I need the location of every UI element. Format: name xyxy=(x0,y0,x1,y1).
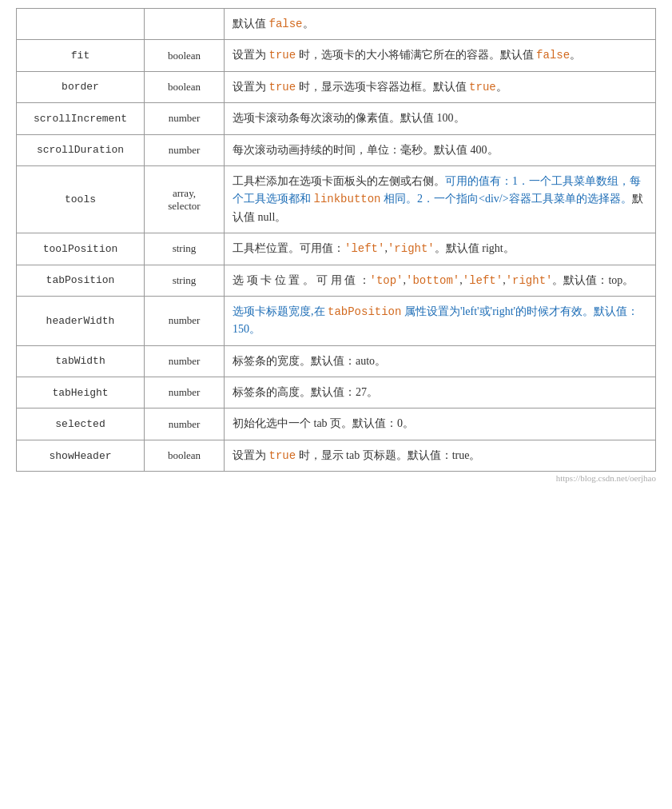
property-name xyxy=(17,9,145,40)
table-row: scrollIncrementnumber选项卡滚动条每次滚动的像素值。默认值 … xyxy=(17,103,656,134)
property-type: number xyxy=(145,345,225,377)
property-name: tabWidth xyxy=(17,345,145,377)
property-name: tabPosition xyxy=(17,265,145,296)
watermark: https://blog.csdn.net/oerjhao xyxy=(16,472,656,483)
property-type: number xyxy=(145,408,225,440)
property-type: string xyxy=(145,233,225,265)
table-row: headerWidthnumber选项卡标题宽度,在 tabPosition 属… xyxy=(17,296,656,345)
property-type xyxy=(145,9,225,40)
property-desc: 选 项 卡 位 置 。 可 用 值 ：'top','bottom','left'… xyxy=(225,265,656,296)
table-row: borderboolean设置为 true 时，显示选项卡容器边框。默认值 tr… xyxy=(17,71,656,102)
property-name: scrollDuration xyxy=(17,134,145,165)
table-row: toolPositionstring工具栏位置。可用值：'left','righ… xyxy=(17,233,656,265)
table-row: scrollDurationnumber每次滚动动画持续的时间，单位：毫秒。默认… xyxy=(17,134,656,165)
property-type: array,selector xyxy=(145,165,225,233)
property-type: number xyxy=(145,134,225,165)
property-name: tools xyxy=(17,165,145,233)
property-desc: 初始化选中一个 tab 页。默认值：0。 xyxy=(225,408,656,440)
property-desc: 选项卡滚动条每次滚动的像素值。默认值 100。 xyxy=(225,103,656,134)
property-type: number xyxy=(145,103,225,134)
property-name: toolPosition xyxy=(17,233,145,265)
table-row: fitboolean设置为 true 时，选项卡的大小将铺满它所在的容器。默认值… xyxy=(17,40,656,71)
property-type: boolean xyxy=(145,440,225,471)
property-desc: 标签条的宽度。默认值：auto。 xyxy=(225,345,656,377)
property-desc: 工具栏位置。可用值：'left','right'。默认值 right。 xyxy=(225,233,656,265)
property-name: tabHeight xyxy=(17,377,145,408)
property-desc: 每次滚动动画持续的时间，单位：毫秒。默认值 400。 xyxy=(225,134,656,165)
table-row: toolsarray,selector工具栏添加在选项卡面板头的左侧或右侧。可用… xyxy=(17,165,656,233)
property-desc: 设置为 true 时，显示选项卡容器边框。默认值 true。 xyxy=(225,71,656,102)
property-name: headerWidth xyxy=(17,296,145,345)
table-row: tabPositionstring选 项 卡 位 置 。 可 用 值 ：'top… xyxy=(17,265,656,296)
property-desc: 选项卡标题宽度,在 tabPosition 属性设置为'left'或'right… xyxy=(225,296,656,345)
property-type: number xyxy=(145,296,225,345)
property-type: string xyxy=(145,265,225,296)
property-desc: 默认值 false。 xyxy=(225,9,656,40)
property-desc: 设置为 true 时，选项卡的大小将铺满它所在的容器。默认值 false。 xyxy=(225,40,656,71)
property-type: boolean xyxy=(145,71,225,102)
property-name: border xyxy=(17,71,145,102)
property-type: boolean xyxy=(145,40,225,71)
property-name: fit xyxy=(17,40,145,71)
property-desc: 工具栏添加在选项卡面板头的左侧或右侧。可用的值有：1．一个工具菜单数组，每个工具… xyxy=(225,165,656,233)
properties-table: 默认值 false。fitboolean设置为 true 时，选项卡的大小将铺满… xyxy=(16,8,656,472)
table-row: showHeaderboolean设置为 true 时，显示 tab 页标题。默… xyxy=(17,440,656,471)
property-desc: 标签条的高度。默认值：27。 xyxy=(225,377,656,408)
property-name: scrollIncrement xyxy=(17,103,145,134)
property-name: selected xyxy=(17,408,145,440)
table-row: 默认值 false。 xyxy=(17,9,656,40)
table-row: selectednumber初始化选中一个 tab 页。默认值：0。 xyxy=(17,408,656,440)
property-desc: 设置为 true 时，显示 tab 页标题。默认值：true。 xyxy=(225,440,656,471)
property-type: number xyxy=(145,377,225,408)
property-name: showHeader xyxy=(17,440,145,471)
table-row: tabWidthnumber标签条的宽度。默认值：auto。 xyxy=(17,345,656,377)
table-row: tabHeightnumber标签条的高度。默认值：27。 xyxy=(17,377,656,408)
